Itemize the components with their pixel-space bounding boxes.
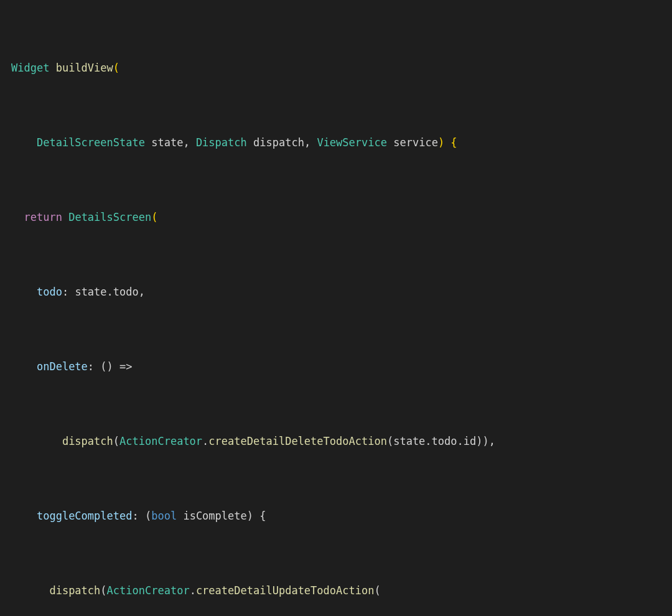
code-line[interactable]: DetailScreenState state, Dispatch dispat… [11,133,672,152]
function-name: buildView [56,62,113,74]
code-line[interactable]: dispatch(ActionCreator.createDetailUpdat… [11,581,672,600]
expr: state.todo, [75,286,145,298]
class-name: ActionCreator [107,584,190,597]
punc: ) { [247,510,266,522]
paren: ) { [438,136,457,149]
named-arg: toggleCompleted [37,510,133,522]
lambda: () => [100,360,132,373]
punc: )), [476,435,495,447]
type-token: ViewService [317,136,387,149]
type-token: Widget [11,62,49,74]
code-line[interactable]: todo: state.todo, [11,282,672,301]
paren: ( [151,211,157,223]
named-arg: onDelete [37,360,88,373]
class-name: DetailsScreen [68,211,151,223]
code-line[interactable]: Widget buildView( [11,58,672,77]
code-area[interactable]: Widget buildView( DetailScreenState stat… [0,2,672,616]
code-editor[interactable]: Widget buildView( DetailScreenState stat… [0,0,672,616]
code-line[interactable]: onDelete: () => [11,357,672,376]
arg: state.todo.id [393,435,476,447]
method: createDetailUpdateTodoAction [196,584,375,597]
method: createDetailDeleteTodoAction [208,435,387,447]
type-token: DetailScreenState [37,136,145,149]
code-line[interactable]: return DetailsScreen( [11,208,672,226]
punc: : ( [132,510,151,522]
named-arg: todo [37,286,62,298]
class-name: ActionCreator [119,435,202,447]
param: service [393,136,438,149]
param: dispatch [253,136,304,149]
code-line[interactable]: dispatch(ActionCreator.createDetailDelet… [11,432,672,450]
paren: ( [374,584,380,597]
type-token: Dispatch [196,136,247,149]
call: dispatch [62,435,113,447]
keyword: return [24,211,62,223]
paren: ( [113,62,119,74]
code-line[interactable]: toggleCompleted: (bool isComplete) { [11,506,672,525]
type-keyword: bool [151,510,177,522]
param: isComplete [183,510,246,522]
param: state [151,136,183,149]
call: dispatch [49,584,100,597]
